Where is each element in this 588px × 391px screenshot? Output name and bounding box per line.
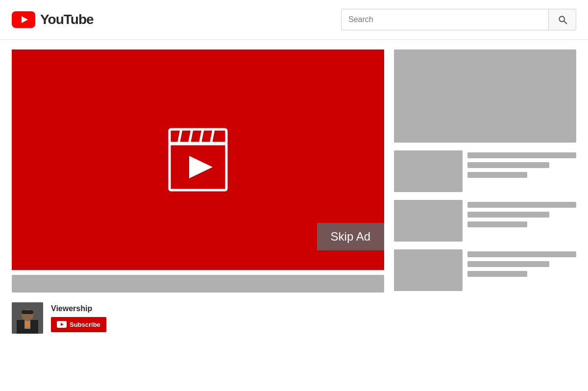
rec-line-title [467,152,576,158]
film-clapper-icon [159,121,237,199]
rec-line-title [467,251,576,257]
video-progress-bar[interactable] [12,275,384,293]
subscribe-label: Subscribe [70,321,100,328]
recommended-item[interactable] [394,150,576,192]
rec-thumbnail [394,150,463,192]
search-button[interactable] [548,9,576,30]
subscribe-yt-icon [57,321,67,328]
rec-line-channel [467,212,549,218]
rec-thumbnail [394,249,463,291]
recommended-item[interactable] [394,200,576,242]
right-column [394,49,576,339]
rec-line-channel [467,261,549,267]
rec-line-meta [467,172,527,178]
avatar-image [12,302,43,334]
rec-line-title [467,202,576,208]
rec-thumbnail [394,200,463,242]
rec-text-lines [467,200,576,227]
search-input[interactable] [342,10,548,29]
recommended-item[interactable] [394,249,576,291]
rec-line-channel [467,162,549,168]
logo-text: YouTube [40,12,94,27]
main-content: Skip Ad [0,40,588,348]
video-player[interactable]: Skip Ad [12,49,384,270]
header: YouTube [0,0,588,40]
rec-text-lines [467,150,576,178]
left-column: Skip Ad [12,49,384,339]
youtube-logo-icon [12,11,35,28]
rec-line-meta [467,221,527,227]
logo-area: YouTube [12,11,94,28]
svg-rect-14 [25,322,29,327]
channel-name: Viewership [51,304,106,313]
rec-line-meta [467,271,527,277]
search-icon [558,15,567,24]
search-area [341,9,576,30]
ad-banner [394,49,576,143]
channel-meta: Viewership Subscribe [51,304,106,332]
svg-rect-16 [22,310,33,314]
skip-ad-button[interactable]: Skip Ad [317,223,384,250]
rec-text-lines [467,249,576,277]
svg-marker-10 [189,156,213,178]
svg-line-3 [564,21,566,24]
avatar [12,302,43,334]
subscribe-button[interactable]: Subscribe [51,317,106,332]
channel-info: Viewership Subscribe [12,297,384,339]
